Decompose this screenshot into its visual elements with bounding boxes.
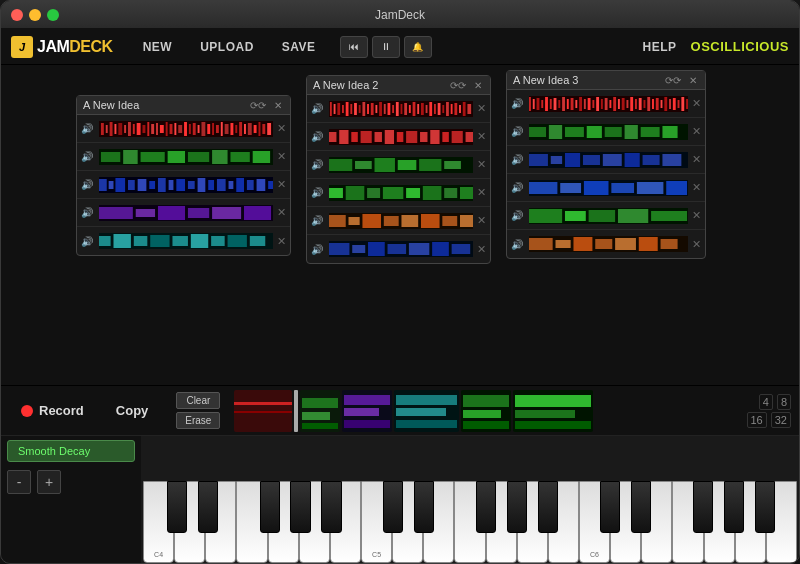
svg-rect-206 [549,125,562,139]
track-close-icon[interactable]: ✕ [277,206,286,219]
svg-rect-65 [268,181,273,189]
track-close-icon[interactable]: ✕ [277,122,286,135]
idea-close-btn-3[interactable]: ✕ [687,75,699,86]
page-16[interactable]: 16 [747,412,767,428]
idea-close-btn-2[interactable]: ✕ [472,80,484,91]
close-dot[interactable] [11,9,23,21]
pause-button[interactable]: ⏸ [372,36,400,58]
svg-rect-76 [134,236,148,246]
black-key-Cs6[interactable] [600,481,620,533]
svg-rect-242 [661,239,678,249]
track-viz [329,155,473,175]
record-button[interactable]: Record [9,397,96,424]
speaker-icon: 🔊 [511,239,525,250]
octave-down-button[interactable]: - [7,470,31,494]
black-key-Fs6[interactable] [693,481,713,533]
black-key-Cs5[interactable] [383,481,403,533]
black-key-Cs4[interactable] [167,481,187,533]
track-close-icon[interactable]: ✕ [477,102,486,115]
seq-block-3 [342,390,392,432]
idea-loop-btn-1[interactable]: ⟳⟳ [248,100,268,111]
idea-loop-btn-2[interactable]: ⟳⟳ [448,80,468,91]
black-key-As5[interactable] [538,481,558,533]
svg-rect-69 [158,206,185,220]
track-close-icon[interactable]: ✕ [277,150,286,163]
svg-rect-160 [368,242,385,256]
svg-rect-167 [533,99,535,109]
menu-upload[interactable]: UPLOAD [186,36,268,58]
svg-rect-39 [101,152,120,162]
svg-rect-123 [375,132,382,142]
svg-rect-58 [198,178,206,192]
svg-rect-115 [459,105,461,113]
black-key-Fs4[interactable] [260,481,280,533]
track-close-icon[interactable]: ✕ [692,181,701,194]
info-button[interactable]: 🔔 [404,36,432,58]
clear-button[interactable]: Clear [176,392,220,409]
page-32[interactable]: 32 [771,412,791,428]
track-close-icon[interactable]: ✕ [477,214,486,227]
octave-up-button[interactable]: + [37,470,61,494]
track-close-icon[interactable]: ✕ [692,125,701,138]
idea-loop-btn-3[interactable]: ⟳⟳ [663,75,683,86]
maximize-dot[interactable] [47,9,59,21]
erase-button[interactable]: Erase [176,412,220,429]
black-key-Fs5[interactable] [476,481,496,533]
black-key-Gs4[interactable] [290,481,310,533]
svg-rect-18 [178,125,182,133]
svg-rect-162 [409,243,429,255]
svg-rect-64 [257,179,266,191]
action-buttons: Clear Erase [176,392,220,429]
svg-rect-6 [124,125,126,133]
black-key-Ds6[interactable] [631,481,651,533]
svg-rect-56 [176,179,185,191]
svg-rect-92 [362,102,365,116]
menu-help[interactable]: HELP [629,36,691,58]
menu-save[interactable]: SAVE [268,36,330,58]
idea-panel-2: A New Idea 2 ⟳⟳ ✕ 🔊 ✕ 🔊 [306,75,491,264]
logo[interactable]: J JAMDECK [11,36,113,58]
page-4[interactable]: 4 [759,394,773,410]
track-viz [529,122,688,142]
page-8[interactable]: 8 [777,394,791,410]
black-key-Ds5[interactable] [414,481,434,533]
black-key-Ds4[interactable] [198,481,218,533]
idea-title-2: A New Idea 2 [313,79,378,91]
svg-rect-5 [118,123,122,135]
black-key-Gs5[interactable] [507,481,527,533]
track-close-icon[interactable]: ✕ [692,153,701,166]
svg-rect-237 [556,240,571,248]
minimize-dot[interactable] [29,9,41,21]
track-close-icon[interactable]: ✕ [692,97,701,110]
track-close-icon[interactable]: ✕ [692,238,701,251]
idea-controls-1: ⟳⟳ ✕ [248,100,284,111]
black-key-As6[interactable] [755,481,775,533]
svg-rect-127 [420,132,427,142]
black-key-As4[interactable] [321,481,341,533]
track-close-icon[interactable]: ✕ [277,178,286,191]
track-close-icon[interactable]: ✕ [277,235,286,248]
track-row: 🔊 ✕ [77,199,290,227]
track-close-icon[interactable]: ✕ [477,130,486,143]
piano-keyboard[interactable]: C4 C5 C6 [141,436,799,563]
window-controls [11,9,59,21]
idea-close-btn-1[interactable]: ✕ [272,100,284,111]
track-row: 🔊 ✕ [507,90,705,118]
menu-new[interactable]: NEW [129,36,187,58]
track-close-icon[interactable]: ✕ [477,158,486,171]
svg-rect-14 [160,125,164,133]
svg-rect-145 [423,186,442,200]
svg-rect-44 [212,150,227,164]
track-close-icon[interactable]: ✕ [477,243,486,256]
track-viz [329,211,473,231]
svg-rect-40 [123,150,138,164]
svg-rect-80 [211,236,225,246]
svg-rect-208 [587,126,602,138]
rewind-button[interactable]: ⏮ [340,36,368,58]
black-key-Gs6[interactable] [724,481,744,533]
copy-button[interactable]: Copy [104,397,161,424]
track-close-icon[interactable]: ✕ [692,209,701,222]
track-close-icon[interactable]: ✕ [477,186,486,199]
svg-rect-16 [170,124,173,134]
smooth-decay-button[interactable]: Smooth Decay [7,440,135,462]
